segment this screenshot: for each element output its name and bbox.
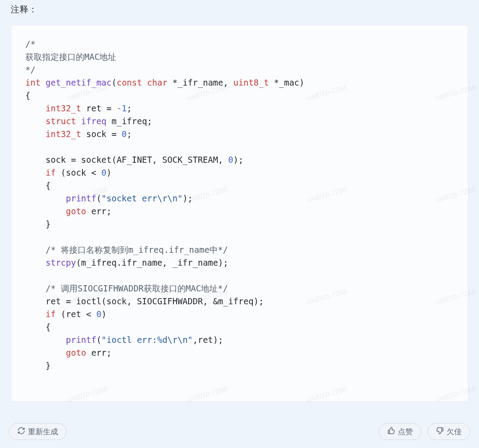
code-block-card: /* 获取指定接口的MAC地址 */ int get_netif_mac(con… (11, 25, 468, 402)
refresh-icon (17, 427, 25, 437)
dislike-button[interactable]: 欠佳 (428, 423, 470, 440)
like-button[interactable]: 点赞 (379, 423, 421, 440)
section-heading: 注释： (11, 4, 37, 16)
thumbs-up-icon (387, 427, 395, 437)
like-label: 点赞 (398, 427, 413, 437)
thumbs-down-icon (436, 427, 444, 437)
code-content: /* 获取指定接口的MAC地址 */ int get_netif_mac(con… (25, 38, 454, 372)
dislike-label: 欠佳 (447, 427, 462, 437)
regenerate-button[interactable]: 重新生成 (9, 423, 67, 440)
regenerate-label: 重新生成 (28, 427, 58, 437)
action-bar: 重新生成 点赞 欠佳 (0, 423, 479, 440)
